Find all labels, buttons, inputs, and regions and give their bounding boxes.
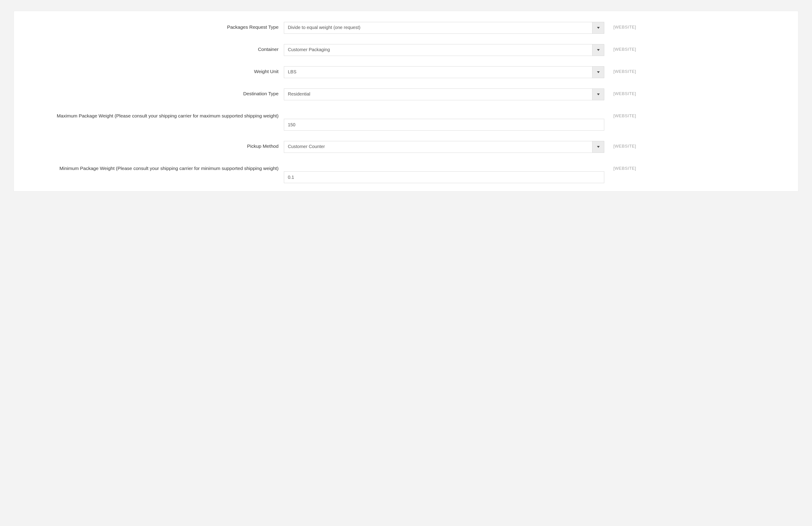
field-packages-request-type: Divide to equal weight (one request)	[284, 22, 604, 34]
row-destination-type: Destination Type Residential [WEBSITE]	[25, 89, 787, 100]
select-weight-unit[interactable]: LBS	[284, 66, 604, 78]
input-max-package-weight[interactable]	[284, 119, 604, 131]
caret-down-icon	[597, 27, 600, 29]
label-min-package-weight: Minimum Package Weight (Please consult y…	[25, 163, 284, 172]
row-min-package-weight: Minimum Package Weight (Please consult y…	[25, 163, 787, 183]
caret-down-icon	[597, 71, 600, 73]
scope-tag: [WEBSITE]	[604, 66, 787, 74]
field-max-package-weight	[284, 119, 604, 131]
row-max-package-weight: Maximum Package Weight (Please consult y…	[25, 111, 787, 131]
field-weight-unit: LBS	[284, 66, 604, 78]
select-value: Customer Packaging	[284, 44, 592, 56]
row-container: Container Customer Packaging [WEBSITE]	[25, 44, 787, 56]
select-value: LBS	[284, 66, 592, 78]
caret-down-icon	[597, 146, 600, 148]
caret-down-icon	[597, 93, 600, 95]
scope-tag: [WEBSITE]	[604, 163, 787, 171]
field-min-package-weight	[284, 171, 604, 183]
dropdown-button[interactable]	[592, 141, 604, 152]
label-pickup-method: Pickup Method	[25, 141, 284, 150]
scope-tag: [WEBSITE]	[604, 141, 787, 149]
label-max-package-weight: Maximum Package Weight (Please consult y…	[25, 111, 284, 119]
row-weight-unit: Weight Unit LBS [WEBSITE]	[25, 66, 787, 78]
dropdown-button[interactable]	[592, 44, 604, 56]
row-packages-request-type: Packages Request Type Divide to equal we…	[25, 22, 787, 34]
label-container: Container	[25, 44, 284, 53]
field-destination-type: Residential	[284, 89, 604, 100]
dropdown-button[interactable]	[592, 66, 604, 78]
select-value: Divide to equal weight (one request)	[284, 22, 592, 33]
input-min-package-weight[interactable]	[284, 171, 604, 183]
label-weight-unit: Weight Unit	[25, 66, 284, 75]
select-destination-type[interactable]: Residential	[284, 89, 604, 100]
config-panel: Packages Request Type Divide to equal we…	[14, 11, 798, 192]
label-packages-request-type: Packages Request Type	[25, 22, 284, 31]
caret-down-icon	[597, 49, 600, 51]
select-pickup-method[interactable]: Customer Counter	[284, 141, 604, 153]
scope-tag: [WEBSITE]	[604, 111, 787, 118]
select-value: Residential	[284, 89, 592, 100]
select-packages-request-type[interactable]: Divide to equal weight (one request)	[284, 22, 604, 34]
scope-tag: [WEBSITE]	[604, 89, 787, 96]
select-container[interactable]: Customer Packaging	[284, 44, 604, 56]
field-pickup-method: Customer Counter	[284, 141, 604, 153]
select-value: Customer Counter	[284, 141, 592, 152]
row-pickup-method: Pickup Method Customer Counter [WEBSITE]	[25, 141, 787, 153]
dropdown-button[interactable]	[592, 22, 604, 33]
label-destination-type: Destination Type	[25, 89, 284, 97]
dropdown-button[interactable]	[592, 89, 604, 100]
scope-tag: [WEBSITE]	[604, 22, 787, 30]
field-container: Customer Packaging	[284, 44, 604, 56]
scope-tag: [WEBSITE]	[604, 44, 787, 52]
